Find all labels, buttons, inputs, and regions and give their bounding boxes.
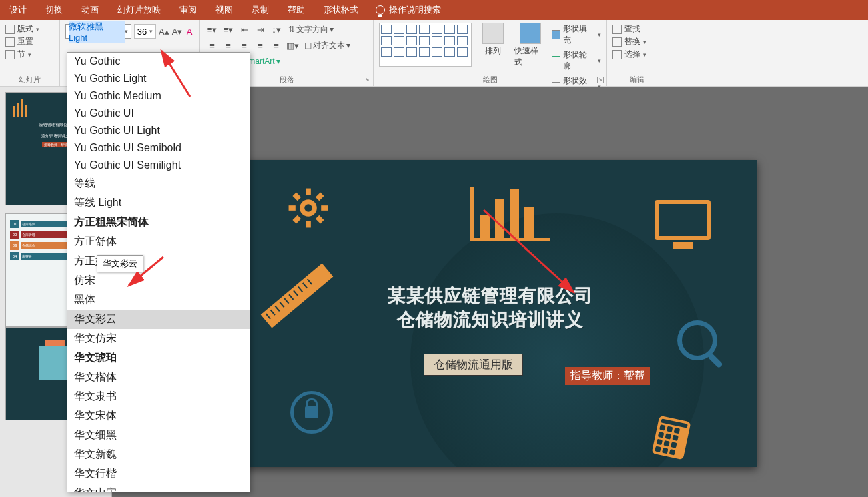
bullets-icon[interactable]: ≡▾ <box>205 23 219 36</box>
font-option[interactable]: 华文楷体 <box>67 368 250 387</box>
svg-rect-5 <box>321 205 328 211</box>
monitor-icon <box>655 200 711 240</box>
lock-icon <box>290 391 333 434</box>
align-text-button[interactable]: ◫对齐文本▾ <box>302 39 353 52</box>
tab-shape-format[interactable]: 形状格式 <box>314 0 368 20</box>
group-label-edit: 编辑 <box>607 75 667 85</box>
layout-button[interactable]: 版式▾ <box>5 23 54 35</box>
font-option[interactable]: Yu Gothic Light <box>67 70 250 87</box>
svg-rect-4 <box>288 205 295 211</box>
para-dialog-launcher[interactable]: ⬊ <box>364 77 370 83</box>
bulb-icon <box>376 5 385 15</box>
font-option[interactable]: 华文仿宋 <box>67 329 250 348</box>
tab-slideshow[interactable]: 幻灯片放映 <box>108 0 170 20</box>
font-option[interactable]: 方正舒体 <box>67 232 250 252</box>
tab-view[interactable]: 视图 <box>206 0 242 20</box>
font-name-combo[interactable]: 微软雅黑 Light▾ <box>65 24 131 39</box>
svg-point-1 <box>304 204 312 212</box>
tab-design[interactable]: 设计 <box>0 0 36 20</box>
svg-rect-8 <box>292 192 301 201</box>
group-drawing: 排列 快速样式 形状填充▾ 形状轮廓▾ 形状效果▾ 绘图 ⬊ <box>374 20 607 86</box>
reset-button[interactable]: 重置 <box>5 35 54 48</box>
font-option[interactable]: 方正姚体 <box>67 252 250 271</box>
draw-dialog-launcher[interactable]: ⬊ <box>597 77 604 83</box>
ribbon-tabs: 设计 切换 动画 幻灯片放映 审阅 视图 录制 帮助 形状格式 操作说明搜索 <box>0 0 868 20</box>
text-direction-button[interactable]: ⇅文字方向▾ <box>286 23 336 36</box>
indent-right-icon[interactable]: ⇥ <box>254 23 267 36</box>
numbering-icon[interactable]: ≡▾ <box>222 23 235 36</box>
svg-rect-6 <box>315 192 324 201</box>
align-center-icon[interactable]: ≡ <box>222 39 235 52</box>
font-option[interactable]: Yu Gothic UI Light <box>67 122 250 139</box>
shape-gallery[interactable] <box>379 23 472 67</box>
find-button[interactable]: 查找 <box>612 23 661 35</box>
bar-chart-icon <box>470 187 550 241</box>
font-option[interactable]: 华文宋体 <box>67 406 250 426</box>
line-spacing-icon[interactable]: ↕▾ <box>270 23 283 36</box>
font-option[interactable]: 华文彩云 <box>67 310 250 329</box>
tab-record[interactable]: 录制 <box>242 0 278 20</box>
slide-subtitle-badge[interactable]: 仓储物流通用版 <box>424 354 523 376</box>
slide-title[interactable]: 某某供应链管理有限公司 仓储物流知识培训讲义 <box>224 284 757 332</box>
group-label-draw: 绘图 <box>374 75 606 85</box>
font-option[interactable]: Yu Gothic UI Semibold <box>67 139 250 157</box>
font-option[interactable]: Yu Gothic <box>67 53 250 70</box>
font-option[interactable]: 仿宋 <box>67 271 250 290</box>
gear-icon <box>287 187 330 229</box>
group-editing: 查找 替换▾ 选择▾ 编辑 <box>607 20 667 86</box>
tell-me-search[interactable]: 操作说明搜索 <box>376 4 441 16</box>
tab-help[interactable]: 帮助 <box>278 0 314 20</box>
font-dropdown-list[interactable]: Yu GothicYu Gothic LightYu Gothic Medium… <box>67 52 250 492</box>
svg-rect-3 <box>306 221 311 227</box>
align-left-icon[interactable]: ≡ <box>205 39 219 52</box>
font-option[interactable]: Yu Gothic Medium <box>67 87 250 105</box>
font-option[interactable]: 黑体 <box>67 290 250 310</box>
indent-left-icon[interactable]: ⇤ <box>238 23 251 36</box>
tab-review[interactable]: 审阅 <box>170 0 206 20</box>
font-option[interactable]: Yu Gothic UI <box>67 105 250 122</box>
font-option[interactable]: 华文琥珀 <box>67 348 250 368</box>
font-option[interactable]: 方正粗黑宋简体 <box>67 213 250 232</box>
justify-icon[interactable]: ≡ <box>254 39 267 52</box>
slide-content[interactable]: 某某供应链管理有限公司 仓储物流知识培训讲义 仓储物流通用版 指导教师：帮帮 <box>224 160 757 467</box>
grow-font-icon[interactable]: A▴ <box>159 25 169 38</box>
font-option[interactable]: 华文细黑 <box>67 426 250 445</box>
tab-animation[interactable]: 动画 <box>72 0 108 20</box>
clear-format-icon[interactable]: A <box>185 25 194 38</box>
font-option[interactable]: 等线 Light <box>67 193 250 213</box>
font-option[interactable]: 等线 <box>67 174 250 193</box>
tab-transition[interactable]: 切换 <box>36 0 72 20</box>
group-label-slides: 幻灯片 <box>0 75 59 85</box>
svg-rect-2 <box>306 189 311 195</box>
replace-button[interactable]: 替换▾ <box>612 35 661 48</box>
font-option[interactable]: 华文新魏 <box>67 445 250 464</box>
section-button[interactable]: 节▾ <box>5 48 54 61</box>
font-option[interactable]: 华文中宋 <box>67 484 250 492</box>
shape-fill-button[interactable]: 形状填充▾ <box>552 23 602 47</box>
columns-icon[interactable]: ▥▾ <box>286 39 299 52</box>
tell-me-label: 操作说明搜索 <box>389 4 441 16</box>
shrink-font-icon[interactable]: A▾ <box>172 25 183 38</box>
distribute-icon[interactable]: ≡ <box>270 39 283 52</box>
font-tooltip: 华文彩云 <box>97 255 143 272</box>
svg-rect-7 <box>292 215 301 224</box>
font-option[interactable]: Yu Gothic UI Semilight <box>67 157 250 174</box>
group-slides: 版式▾ 重置 节▾ 幻灯片 <box>0 20 60 86</box>
select-button[interactable]: 选择▾ <box>612 48 661 61</box>
svg-rect-9 <box>315 215 324 224</box>
font-size-combo[interactable]: 36▾ <box>134 24 156 39</box>
font-option[interactable]: 华文行楷 <box>67 464 250 484</box>
font-option[interactable]: 华文隶书 <box>67 387 250 406</box>
shape-outline-button[interactable]: 形状轮廓▾ <box>552 49 602 73</box>
instructor-badge[interactable]: 指导教师：帮帮 <box>565 367 650 385</box>
align-right-icon[interactable]: ≡ <box>238 39 251 52</box>
